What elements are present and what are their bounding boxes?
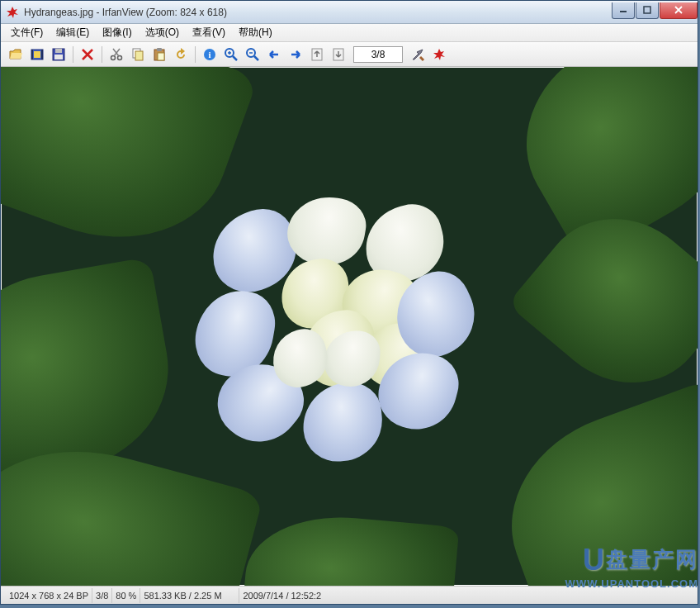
status-datetime: 2009/7/14 / 12:52:2: [239, 588, 324, 603]
svg-rect-8: [54, 55, 63, 59]
paste-button[interactable]: [149, 45, 169, 64]
window-controls: [611, 2, 698, 19]
svg-rect-14: [157, 48, 162, 51]
cut-button[interactable]: [106, 45, 126, 64]
titlebar[interactable]: Hydrangeas.jpg - IrfanView (Zoom: 824 x …: [1, 1, 698, 24]
folder-open-icon: [8, 47, 23, 62]
displayed-image: [2, 68, 697, 585]
svg-rect-12: [135, 51, 143, 60]
irfanview-icon: [432, 47, 447, 62]
svg-text:i: i: [208, 50, 210, 59]
arrow-right-icon: [288, 47, 303, 62]
prev-page-button[interactable]: [307, 45, 327, 64]
zoom-out-icon: [245, 47, 260, 62]
watermark-url: WWW.UPANTOOL.COM: [565, 577, 698, 590]
position-input[interactable]: [353, 46, 403, 63]
svg-rect-4: [41, 50, 43, 59]
menu-options[interactable]: 选项(O): [139, 24, 186, 41]
app-window: Hydrangeas.jpg - IrfanView (Zoom: 824 x …: [0, 0, 698, 605]
menu-view[interactable]: 查看(V): [186, 24, 232, 41]
menu-file[interactable]: 文件(F): [4, 24, 50, 41]
prev-button[interactable]: [264, 45, 284, 64]
menu-image[interactable]: 图像(I): [96, 24, 138, 41]
film-icon: [30, 47, 45, 62]
status-position: 3/8: [92, 588, 112, 603]
slideshow-button[interactable]: [27, 45, 47, 64]
status-filesize: 581.33 KB / 2.25 M: [140, 588, 239, 603]
zoom-in-button[interactable]: [221, 45, 241, 64]
status-zoom: 80 %: [112, 588, 140, 603]
copy-icon: [130, 47, 145, 62]
delete-button[interactable]: [78, 45, 97, 64]
svg-rect-15: [158, 53, 164, 60]
maximize-button[interactable]: [636, 2, 659, 19]
separator: [73, 46, 73, 63]
undo-button[interactable]: [171, 45, 191, 64]
copy-button[interactable]: [128, 45, 148, 64]
app-icon: [6, 6, 19, 19]
status-dimensions: 1024 x 768 x 24 BP: [6, 588, 92, 603]
info-button[interactable]: i: [200, 45, 220, 64]
close-button[interactable]: [660, 2, 698, 19]
undo-icon: [173, 47, 188, 62]
watermark-brand: U盘量产网: [565, 543, 698, 577]
page-up-icon: [310, 47, 324, 62]
save-button[interactable]: [49, 45, 69, 64]
arrow-left-icon: [267, 47, 281, 62]
menu-edit[interactable]: 编辑(E): [50, 24, 96, 41]
about-button[interactable]: [429, 45, 449, 64]
image-viewport[interactable]: [1, 67, 698, 586]
info-icon: i: [202, 47, 217, 62]
toolbar: i: [1, 42, 698, 67]
separator: [195, 46, 196, 63]
menu-help[interactable]: 帮助(H): [232, 24, 279, 41]
settings-button[interactable]: [408, 45, 428, 64]
window-title: Hydrangeas.jpg - IrfanView (Zoom: 824 x …: [24, 7, 611, 18]
tools-icon: [410, 47, 425, 62]
watermark: U盘量产网 WWW.UPANTOOL.COM: [565, 543, 698, 590]
zoom-in-icon: [224, 47, 239, 62]
svg-rect-7: [55, 49, 62, 53]
page-down-icon: [331, 47, 346, 62]
svg-rect-3: [31, 50, 33, 59]
separator: [102, 46, 102, 63]
next-page-button[interactable]: [329, 45, 348, 64]
next-button[interactable]: [286, 45, 305, 64]
minimize-button[interactable]: [612, 2, 635, 19]
open-button[interactable]: [6, 45, 26, 64]
zoom-out-button[interactable]: [243, 45, 262, 64]
floppy-icon: [51, 47, 66, 62]
svg-rect-1: [644, 7, 650, 13]
scissors-icon: [109, 47, 124, 62]
svg-rect-5: [34, 51, 40, 58]
svg-rect-0: [620, 11, 627, 12]
clipboard-icon: [152, 47, 167, 62]
delete-x-icon: [80, 47, 95, 62]
menubar: 文件(F) 编辑(E) 图像(I) 选项(O) 查看(V) 帮助(H): [1, 24, 698, 42]
